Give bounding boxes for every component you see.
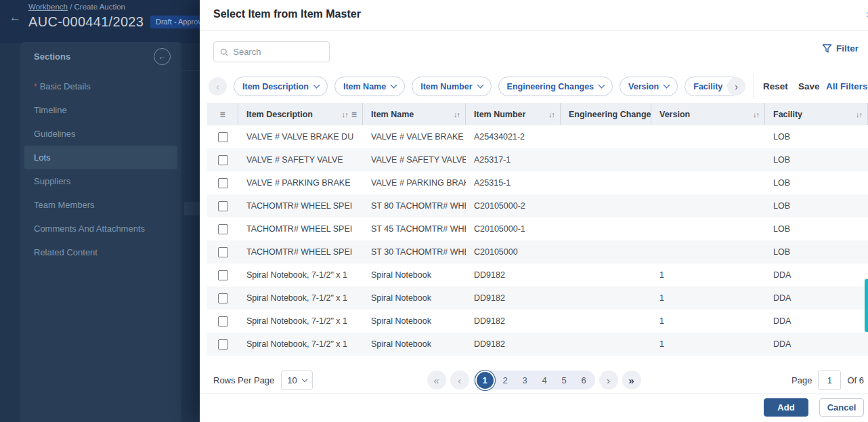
search-input[interactable]: [233, 47, 323, 57]
column-header-item-number[interactable]: Item Number↓↑: [466, 103, 561, 125]
row-checkbox-cell: [207, 148, 238, 171]
table-row[interactable]: TACHOMTR# WHEEL SPEIST 30 TACHOMTR# WHEE…: [207, 240, 868, 263]
cell-item-description: TACHOMTR# WHEEL SPEI: [238, 240, 363, 263]
row-checkbox[interactable]: [218, 316, 228, 326]
page-number-1[interactable]: 1: [477, 372, 494, 389]
filter-button[interactable]: Filter: [822, 43, 859, 54]
column-header-item-name[interactable]: Item Name↓↑: [363, 103, 466, 125]
next-page-button[interactable]: ›: [599, 371, 618, 389]
cell-engineering-changes: [561, 171, 651, 194]
sidebar-item-related-content[interactable]: Related Content: [24, 240, 177, 264]
filter-chip-item-number[interactable]: Item Number: [412, 77, 491, 96]
cancel-button[interactable]: Cancel: [819, 398, 864, 417]
sidebar-item-label: Lots: [34, 152, 51, 163]
cell-item-name: ST 80 TACHOMTR# WHEE: [363, 194, 466, 217]
filter-chip-engineering-changes[interactable]: Engineering Changes: [498, 77, 613, 96]
sidebar-item-timeline[interactable]: Timeline: [24, 98, 177, 122]
table-row[interactable]: VALVE # PARKING BRAKEVALVE # PARKING BRA…: [207, 171, 868, 194]
column-header-label: Engineering Changes: [569, 110, 651, 119]
cell-item-number: DD9182: [466, 310, 561, 333]
filter-chip-label: Item Description: [242, 82, 309, 91]
table-row[interactable]: Spiral Notebook, 7-1/2" x 1Spiral Notebo…: [207, 333, 868, 356]
sidebar-item-lots[interactable]: Lots: [24, 146, 177, 169]
page-number-4[interactable]: 4: [535, 371, 555, 389]
cell-facility: LOB: [765, 240, 868, 263]
funnel-icon: [822, 44, 832, 54]
sort-icon[interactable]: ↓↑: [548, 110, 555, 119]
collapse-panel-button[interactable]: ←: [154, 48, 171, 65]
rows-per-page-label: Rows Per Page: [213, 375, 274, 385]
table-row[interactable]: TACHOMTR# WHEEL SPEIST 45 TACHOMTR# WHEE…: [207, 217, 868, 240]
cell-version: [651, 217, 765, 240]
filter-chip-version[interactable]: Version: [620, 77, 678, 96]
table-row[interactable]: TACHOMTR# WHEEL SPEIST 80 TACHOMTR# WHEE…: [207, 194, 868, 217]
table-row[interactable]: VALVE # VALVE BRAKE DUVALVE # VALVE BRAK…: [207, 125, 868, 148]
sort-icon[interactable]: ↓↑: [454, 110, 460, 119]
chevron-right-icon: ›: [607, 375, 610, 386]
sort-icon[interactable]: ↓↑: [856, 110, 862, 119]
reset-filters-button[interactable]: Reset: [763, 77, 788, 96]
sort-icon[interactable]: ↓↑: [342, 110, 348, 119]
previous-page-button[interactable]: ‹: [450, 371, 469, 389]
vertical-scrollbar-thumb[interactable]: [865, 279, 868, 332]
row-checkbox[interactable]: [218, 247, 228, 257]
filter-chip-item-name[interactable]: Item Name: [334, 77, 405, 96]
save-filters-button[interactable]: Save: [798, 77, 820, 96]
sidebar-item-team-members[interactable]: Team Members: [24, 193, 177, 217]
sidebar-item-basic-details[interactable]: *Basic Details: [24, 75, 177, 98]
row-checkbox[interactable]: [218, 201, 228, 211]
row-checkbox[interactable]: [218, 339, 228, 350]
chips-scroll-right-button[interactable]: ›: [727, 77, 745, 96]
column-header-select[interactable]: ≡: [207, 103, 238, 125]
page-number-3[interactable]: 3: [515, 371, 535, 389]
page-number-2[interactable]: 2: [496, 371, 515, 389]
sidebar-item-guidelines[interactable]: Guidelines: [24, 122, 177, 146]
row-checkbox[interactable]: [218, 270, 228, 280]
double-chevron-right-icon: »: [628, 375, 634, 386]
table-row[interactable]: Spiral Notebook, 7-1/2" x 1Spiral Notebo…: [207, 263, 868, 287]
filter-chip-item-description[interactable]: Item Description: [234, 77, 328, 96]
table-row[interactable]: VALVE # SAFETY VALVEVALVE # SAFETY VALVE…: [207, 148, 868, 171]
cell-facility: DDA: [765, 310, 868, 333]
sidebar-item-label: Team Members: [34, 200, 95, 210]
sidebar-item-comments-and-attachments[interactable]: Comments And Attachments: [24, 217, 177, 240]
row-checkbox-cell: [207, 217, 238, 240]
column-header-facility[interactable]: Facility↓↑: [765, 103, 868, 125]
column-header-engineering-changes[interactable]: Engineering Changes↓↑: [561, 103, 651, 125]
chips-scroll-left-button[interactable]: ‹: [209, 77, 227, 96]
add-button[interactable]: Add: [764, 398, 808, 417]
page-number-input[interactable]: [818, 371, 841, 390]
column-menu-icon[interactable]: ≡: [219, 109, 225, 120]
page-number-6[interactable]: 6: [574, 371, 594, 389]
all-filters-button[interactable]: All Filters: [826, 77, 868, 96]
close-icon[interactable]: ×: [865, 8, 868, 22]
row-checkbox-cell: [207, 171, 238, 194]
row-checkbox[interactable]: [218, 224, 228, 234]
row-checkbox[interactable]: [218, 178, 228, 188]
cell-facility: LOB: [765, 148, 868, 171]
table-row[interactable]: Spiral Notebook, 7-1/2" x 1Spiral Notebo…: [207, 287, 868, 310]
column-header-item-description[interactable]: Item Description↓↑≡: [238, 103, 363, 125]
filterbar-divider: [754, 73, 754, 99]
select-item-modal: Select Item from Item Master × Filter ‹ …: [200, 0, 868, 422]
filter-chip-label: Facility: [693, 82, 722, 91]
table-row[interactable]: Spiral Notebook, 7-1/2" x 1Spiral Notebo…: [207, 310, 868, 333]
last-page-button[interactable]: »: [622, 371, 641, 389]
column-header-label: Item Number: [474, 110, 525, 119]
sidebar-item-suppliers[interactable]: Suppliers: [24, 169, 177, 193]
column-header-version[interactable]: Version↓↑: [651, 103, 765, 125]
back-arrow-icon[interactable]: ←: [9, 11, 21, 24]
cell-item-description: Spiral Notebook, 7-1/2" x 1: [238, 333, 363, 356]
sort-icon[interactable]: ↓↑: [753, 110, 759, 119]
chevron-down-icon: [391, 82, 397, 89]
rows-per-page-select[interactable]: 10: [281, 371, 313, 390]
cell-facility: DDA: [765, 287, 868, 310]
column-menu-icon[interactable]: ≡: [351, 109, 357, 120]
row-checkbox[interactable]: [218, 293, 228, 303]
breadcrumb-workbench-link[interactable]: Workbench: [28, 3, 68, 11]
collapse-arrow-icon: ←: [158, 51, 167, 62]
row-checkbox[interactable]: [218, 155, 228, 165]
page-number-5[interactable]: 5: [555, 371, 574, 389]
first-page-button[interactable]: «: [427, 371, 446, 389]
row-checkbox[interactable]: [218, 132, 228, 142]
